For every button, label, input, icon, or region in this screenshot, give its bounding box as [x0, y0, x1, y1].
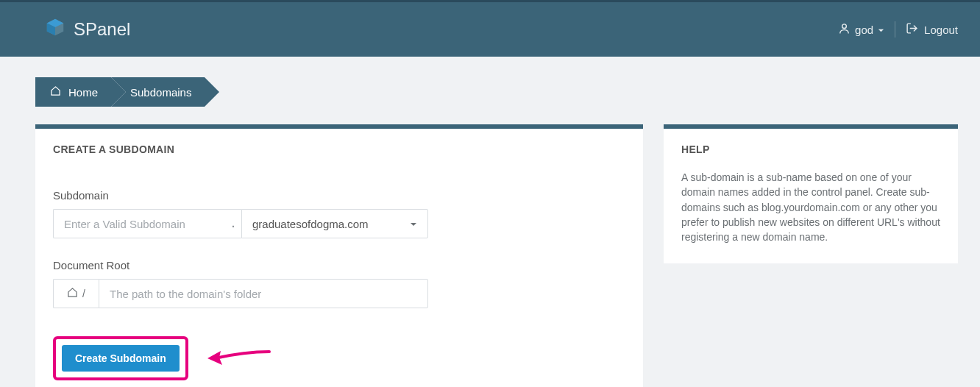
help-card: HELP A sub-domain is a sub-name based on…: [664, 124, 958, 263]
home-icon: [50, 85, 61, 99]
chevron-down-icon: [410, 218, 417, 230]
create-subdomain-card: CREATE A SUBDOMAIN Subdomain . graduates…: [35, 124, 643, 387]
brand[interactable]: SPanel: [44, 16, 130, 43]
user-icon: [838, 22, 851, 37]
breadcrumb: Home Subdomains: [35, 77, 980, 107]
breadcrumb-home-label: Home: [68, 86, 98, 99]
user-menu[interactable]: god: [838, 22, 884, 37]
logout-label: Logout: [924, 24, 958, 36]
domain-select-value: graduatesofdogma.com: [252, 218, 369, 230]
docroot-row: /: [53, 279, 428, 308]
path-prefix-slash: /: [82, 288, 85, 299]
brand-name: SPanel: [74, 19, 130, 40]
card-body: Subdomain . graduatesofdogma.com Documen…: [35, 161, 643, 387]
card-title: CREATE A SUBDOMAIN: [35, 129, 643, 161]
docroot-label: Document Root: [53, 259, 625, 271]
create-subdomain-button[interactable]: Create Subdomain: [62, 345, 180, 372]
home-icon: [67, 287, 78, 300]
topbar: SPanel god Logout: [0, 2, 980, 57]
separator-dot: .: [225, 209, 241, 238]
docroot-input[interactable]: [99, 279, 428, 308]
docroot-prefix: /: [53, 279, 99, 308]
svg-point-0: [842, 24, 847, 29]
breadcrumb-current-label: Subdomains: [130, 86, 191, 99]
subdomain-row: . graduatesofdogma.com: [53, 209, 428, 238]
breadcrumb-home[interactable]: Home: [35, 77, 111, 107]
brand-logo-icon: [44, 16, 66, 43]
help-title: HELP: [664, 129, 958, 161]
logout-link[interactable]: Logout: [906, 22, 958, 37]
domain-select[interactable]: graduatesofdogma.com: [241, 209, 428, 238]
subdomain-input[interactable]: [53, 209, 225, 238]
username-label: god: [855, 24, 873, 36]
highlight-annotation: Create Subdomain: [53, 336, 188, 380]
topbar-right: god Logout: [838, 21, 958, 38]
arrow-annotation-icon: [205, 347, 271, 372]
subdomain-label: Subdomain: [53, 189, 625, 202]
chevron-down-icon: [878, 24, 884, 36]
divider: [895, 21, 895, 38]
help-text: A sub-domain is a sub-name based on one …: [664, 161, 958, 263]
logout-icon: [906, 22, 918, 37]
page-wrap: CREATE A SUBDOMAIN Subdomain . graduates…: [0, 107, 980, 387]
